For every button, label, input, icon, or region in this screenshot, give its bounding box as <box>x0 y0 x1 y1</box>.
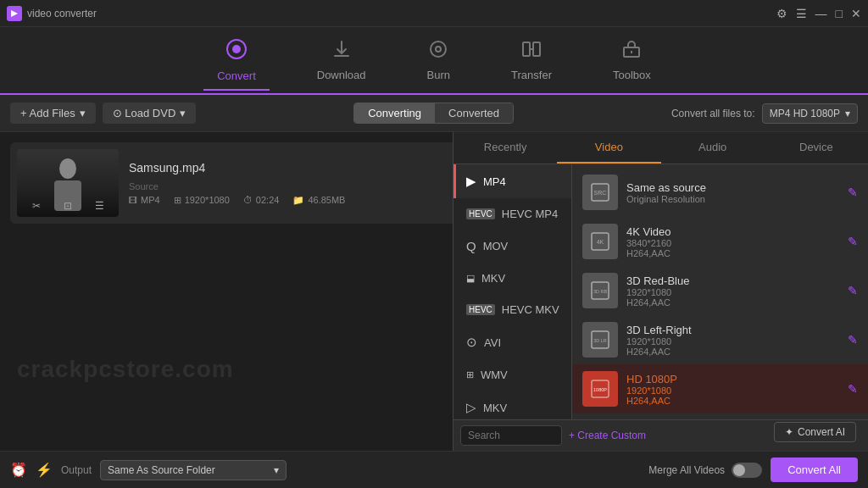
convert-all-to-label: Convert all files to: <box>671 108 755 119</box>
tab-converted[interactable]: Converted <box>435 103 513 123</box>
add-files-button[interactable]: + Add Files ▾ <box>10 103 96 124</box>
resolution-value: 1920*1080 <box>185 195 230 205</box>
4k-spec: 3840*2160 H264,AAC <box>626 238 839 258</box>
nav-convert[interactable]: Convert <box>203 31 270 91</box>
size-icon: 📁 <box>292 195 304 206</box>
output-label: Output <box>61 464 92 476</box>
svg-text:SRC: SRC <box>594 190 607 196</box>
format-item-hd1080p[interactable]: 1080P HD 1080P 1920*1080 H264,AAC ✎ <box>572 364 868 413</box>
svg-text:1080P: 1080P <box>593 387 607 392</box>
hevc-mkv-icon: HEVC <box>466 304 495 315</box>
same-as-source-name: Same as source <box>626 181 839 194</box>
svg-rect-5 <box>523 42 530 56</box>
close-icon[interactable]: ✕ <box>851 7 861 20</box>
convert-all-button[interactable]: Convert All <box>771 458 858 482</box>
format-item-3d-rb[interactable]: 3D RB 3D Red-Blue 1920*1080 H264,AAC ✎ <box>572 266 868 315</box>
same-as-source-edit-icon[interactable]: ✎ <box>848 186 858 199</box>
format-item-same-as-source[interactable]: SRC Same as source Original Resolution ✎ <box>572 168 868 217</box>
format-search-input[interactable] <box>460 425 562 446</box>
convert-all-select[interactable]: MP4 HD 1080P ▾ <box>762 103 858 124</box>
watermark-text: crackpcstore.com <box>17 356 234 383</box>
cut-icon[interactable]: ✂ <box>32 200 41 212</box>
format-left-mp4[interactable]: ▶ MP4 <box>453 164 571 198</box>
nav-burn[interactable]: Burn <box>414 32 464 88</box>
app-logo <box>7 6 22 21</box>
format-left-mov[interactable]: Q MOV <box>453 230 571 263</box>
create-custom-button[interactable]: + Create Custom <box>569 430 646 441</box>
settings-icon[interactable]: ⚙ <box>776 7 787 20</box>
meta-format: 🎞 MP4 <box>129 195 160 206</box>
svg-point-9 <box>59 158 76 179</box>
3d-lr-edit-icon[interactable]: ✎ <box>848 333 858 347</box>
3d-rb-spec: 1920*1080 H264,AAC <box>626 287 839 308</box>
4k-edit-icon[interactable]: ✎ <box>848 235 858 248</box>
3d-rb-edit-icon[interactable]: ✎ <box>848 284 858 297</box>
format-item-3d-lr[interactable]: 3D LR 3D Left-Right 1920*1080 H264,AAC ✎ <box>572 315 868 364</box>
title-bar-left: video converter <box>7 6 97 21</box>
svg-marker-0 <box>11 10 18 17</box>
format-tab-recently[interactable]: Recently <box>453 132 557 164</box>
svg-text:3D RB: 3D RB <box>593 289 608 294</box>
format-value: MP4 <box>141 195 160 205</box>
hevc-mp4-icon: HEVC <box>466 208 495 219</box>
3d-rb-icon: 3D RB <box>582 273 618 308</box>
3d-rb-name: 3D Red-Blue <box>626 274 839 287</box>
toolbox-nav-label: Toolbox <box>613 69 651 81</box>
format-tab-device[interactable]: Device <box>765 132 868 164</box>
same-as-source-spec: Original Resolution <box>626 194 839 204</box>
svg-text:4K: 4K <box>597 239 604 245</box>
convert-all-value: MP4 HD 1080P <box>770 108 840 119</box>
add-files-chevron[interactable]: ▾ <box>80 107 86 119</box>
load-dvd-label: ⊙ Load DVD <box>113 107 176 119</box>
nav-toolbox[interactable]: Toolbox <box>599 32 665 88</box>
settings-file-icon[interactable]: ☰ <box>95 200 104 212</box>
hd1080p-name: HD 1080P <box>626 373 839 385</box>
format-left-avi[interactable]: ⊙ AVI <box>453 325 571 359</box>
app-title: video converter <box>27 8 97 19</box>
load-dvd-button[interactable]: ⊙ Load DVD ▾ <box>103 103 197 124</box>
format-item-hd720p[interactable]: 720P HD 720P 1280*720 H264,AAC ✎ <box>572 413 868 419</box>
crop-icon[interactable]: ⊡ <box>64 200 72 212</box>
format-left-hevc-mp4[interactable]: HEVC HEVC MP4 <box>453 198 571 230</box>
3d-lr-text: 3D Left-Right 1920*1080 H264,AAC <box>626 324 839 357</box>
size-value: 46.85MB <box>308 195 345 205</box>
convert-ai-badge[interactable]: ✦ Convert AI <box>774 422 856 442</box>
download-nav-icon <box>331 39 352 64</box>
hd1080p-spec: 1920*1080 H264,AAC <box>626 385 839 406</box>
nav-transfer[interactable]: Transfer <box>498 32 565 88</box>
hamburger-icon[interactable]: ☰ <box>796 7 807 20</box>
tab-converting[interactable]: Converting <box>354 103 435 123</box>
merge-all-toggle[interactable] <box>732 463 762 478</box>
download-nav-label: Download <box>317 69 366 81</box>
load-dvd-chevron[interactable]: ▾ <box>180 107 186 119</box>
bottom-bar: ⏰ ⚡ Output Same As Source Folder ▾ Merge… <box>0 451 868 488</box>
format-left-mkv2[interactable]: ▷ MKV <box>453 391 571 419</box>
convert-all-chevron: ▾ <box>845 108 850 119</box>
convert-nav-label: Convert <box>217 69 256 82</box>
mov-icon: Q <box>466 239 476 253</box>
add-files-label: + Add Files <box>20 107 75 119</box>
nav-download[interactable]: Download <box>303 32 380 88</box>
format-left-hevc-mkv[interactable]: HEVC HEVC MKV <box>453 294 571 325</box>
schedule-icon[interactable]: ⏰ <box>10 462 27 478</box>
meta-size: 📁 46.85MB <box>292 195 345 206</box>
burn-nav-icon <box>428 39 448 64</box>
format-left-wmv[interactable]: ⊞ WMV <box>453 359 571 391</box>
format-item-4k[interactable]: 4K 4K Video 3840*2160 H264,AAC ✎ <box>572 217 868 266</box>
speed-icon[interactable]: ⚡ <box>36 462 53 478</box>
svg-text:3D LR: 3D LR <box>593 338 607 343</box>
avi-icon: ⊙ <box>466 335 477 350</box>
file-controls: ✂ ⊡ ☰ <box>17 198 119 214</box>
format-tab-audio[interactable]: Audio <box>661 132 765 164</box>
merge-all-group: Merge All Videos <box>648 463 762 478</box>
output-path-selector[interactable]: Same As Source Folder ▾ <box>100 460 287 480</box>
hd1080p-edit-icon[interactable]: ✎ <box>848 382 858 396</box>
format-left-mkv[interactable]: ⬓ MKV <box>453 263 571 294</box>
format-tab-video[interactable]: Video <box>557 132 660 164</box>
minimize-icon[interactable]: — <box>815 7 827 20</box>
window-controls[interactable]: ⚙ ☰ — □ ✕ <box>776 7 861 20</box>
maximize-icon[interactable]: □ <box>836 7 843 20</box>
transfer-nav-icon <box>521 39 542 64</box>
4k-icon: 4K <box>582 224 618 259</box>
svg-point-2 <box>232 45 241 53</box>
